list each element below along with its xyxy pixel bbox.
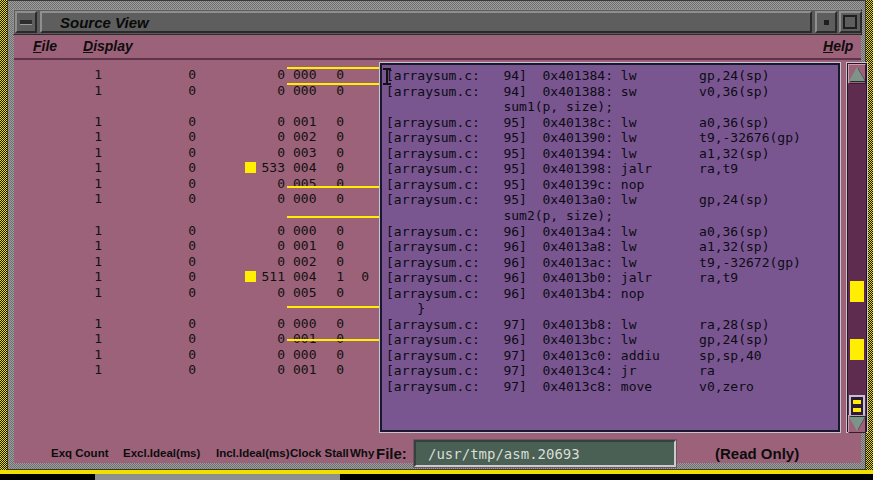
column-header-exq-count: Exq Count [51,447,109,459]
window-title: Source View [60,12,149,33]
asm-line[interactable]: [arraysum.c: 96] 0x4013a8: lw a1,32(sp) [386,239,770,254]
maximize-button[interactable] [839,11,862,33]
stats-row: 1000020 [14,254,380,270]
asm-line[interactable]: } [386,301,425,316]
asm-line[interactable]: [arraysum.c: 94] 0x401384: lw gp,24(sp) [386,68,770,83]
asm-line[interactable]: [arraysum.c: 95] 0x40139c: nop [386,177,644,192]
stats-row: 1000000 [14,191,380,207]
highlight-rule [287,83,380,85]
asm-line[interactable]: [arraysum.c: 95] 0x401398: jalr ra,t9 [386,161,738,176]
stats-row: 1000000 [14,67,380,83]
column-header-incl-ideal: Incl.Ideal(ms) [216,447,290,459]
desktop: Source View File Display Help 1000000100… [0,0,873,480]
hotspot-marker [245,162,256,173]
asm-line[interactable]: [arraysum.c: 96] 0x4013b4: nop [386,286,644,301]
scroll-up-icon [849,67,865,81]
column-header-excl-ideal: Excl.Ideal(ms) [123,447,200,459]
asm-line[interactable]: [arraysum.c: 96] 0x4013ac: lw t9,-32672(… [386,255,801,270]
scrollbar-hotspot-mark [850,339,864,360]
restore-button[interactable] [815,11,837,33]
scroll-down-icon [849,417,865,431]
stats-row: 1000010 [14,238,380,254]
restore-icon [824,20,829,25]
menu-item-help[interactable]: Help [823,38,853,54]
stats-row: 1000020 [14,129,380,145]
highlight-rule [287,67,380,69]
background-window-right-edge [866,0,873,474]
file-field [414,440,676,467]
asm-line[interactable]: [arraysum.c: 97] 0x4013c8: move v0,zero [386,379,754,394]
highlight-rule [287,339,380,341]
minimize-icon [20,20,32,24]
highlight-rule [287,306,380,308]
title-lane[interactable]: Source View [40,11,812,33]
maximize-icon [843,15,857,29]
asm-line[interactable]: [arraysum.c: 95] 0x401394: lw a1,32(sp) [386,146,770,161]
asm-line[interactable]: [arraysum.c: 94] 0x401388: sw v0,36(sp) [386,84,770,99]
hotspot-marker [245,271,256,282]
stats-row: 1000000 [14,347,380,363]
stats-row: 1000010 [14,362,380,378]
asm-line[interactable]: [arraysum.c: 95] 0x40138c: lw a0,36(sp) [386,115,770,130]
asm-line[interactable]: [arraysum.c: 97] 0x4013c4: jr ra [386,363,715,378]
stats-panel: 1000000100000010000101000020100003010533… [14,35,380,463]
minimize-button[interactable] [15,11,37,33]
scrollbar-hotspot-mark [850,281,864,302]
stats-row: 105330040 [14,160,380,176]
scroll-down-button[interactable] [848,415,866,433]
stats-row: 1000000 [14,223,380,239]
column-header-clock-stall: Clock Stall [290,447,349,459]
highlight-rule [287,216,380,218]
asm-line[interactable]: [arraysum.c: 95] 0x401390: lw t9,-32676(… [386,130,801,145]
source-text-area[interactable]: [arraysum.c: 94] 0x401384: lw gp,24(sp)[… [380,63,840,432]
asm-line[interactable]: [arraysum.c: 96] 0x4013b0: jalr ra,t9 [386,270,738,285]
asm-line[interactable]: sum2(p, size); [386,208,613,223]
stats-row: 1000030 [14,145,380,161]
stats-row: 1051100410 [14,269,380,285]
stats-row: 1000050 [14,285,380,301]
background-window-left-edge [0,0,7,474]
client-area: File Display Help 1000000100000010000101… [14,35,861,463]
window-frame: Source View File Display Help 1000000100… [7,0,866,470]
asm-lines: [arraysum.c: 94] 0x401384: lw gp,24(sp)[… [382,65,838,430]
column-header-why: Why [350,447,374,459]
asm-line[interactable]: [arraysum.c: 97] 0x4013b8: lw ra,28(sp) [386,317,770,332]
asm-line[interactable]: [arraysum.c: 97] 0x4013c0: addiu sp,sp,4… [386,348,762,363]
vertical-scrollbar[interactable] [847,63,867,432]
stats-row: 1000000 [14,316,380,332]
asm-line[interactable]: sum1(p, size); [386,99,613,114]
file-label: File: [376,445,407,462]
asm-line[interactable]: [arraysum.c: 96] 0x4013bc: lw gp,24(sp) [386,332,770,347]
scroll-up-button[interactable] [848,64,866,84]
asm-line[interactable]: [arraysum.c: 95] 0x4013a0: lw gp,24(sp) [386,192,770,207]
readonly-badge: (Read Only) [715,445,799,462]
background-window-edge [95,474,340,480]
highlight-rule [287,186,380,188]
text-caret [383,68,391,85]
stats-row: 1000010 [14,114,380,130]
stats-row: 1000050 [14,176,380,192]
asm-line[interactable]: [arraysum.c: 96] 0x4013a4: lw a0,36(sp) [386,224,770,239]
file-input[interactable] [426,445,670,463]
title-bar[interactable]: Source View [13,9,862,35]
